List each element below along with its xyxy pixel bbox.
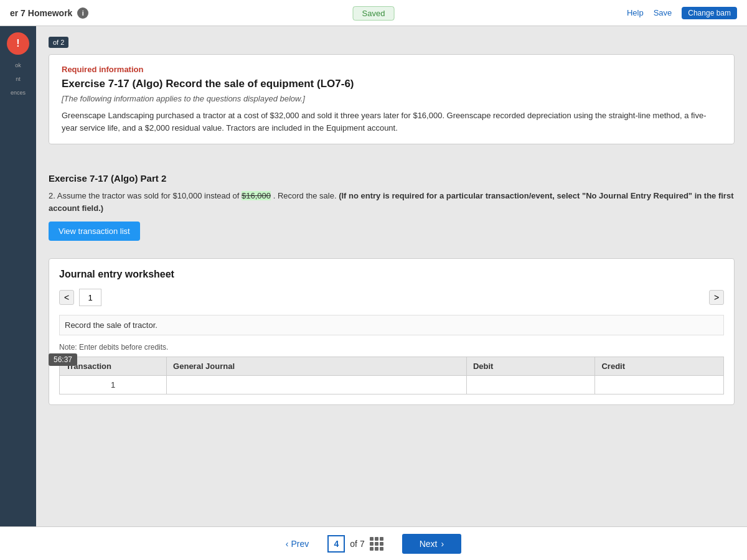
- main-layout: ! ok nt ences of 2 Required information …: [0, 26, 747, 560]
- sidebar: ! ok nt ences: [0, 26, 36, 560]
- part2-desc-suffix: . Record the sale.: [273, 191, 337, 200]
- grid-dot-8: [375, 547, 378, 551]
- next-button[interactable]: Next ›: [402, 534, 461, 554]
- worksheet-nav: < 1 >: [59, 289, 724, 306]
- prev-chevron-icon: ‹: [286, 539, 289, 549]
- info-icon[interactable]: i: [77, 7, 88, 19]
- required-info-box: Required information Exercise 7-17 (Algo…: [49, 54, 735, 144]
- nt-label: nt: [16, 76, 21, 82]
- prev-page-arrow[interactable]: <: [59, 290, 74, 305]
- table-header-row: Transaction General Journal Debit Credit: [60, 357, 724, 376]
- exercise-body: Greenscape Landscaping purchased a tract…: [62, 110, 721, 134]
- part2-section: Exercise 7-17 (Algo) Part 2 2. Assume th…: [49, 173, 735, 251]
- grid-dot-5: [375, 542, 378, 546]
- worksheet-description: Record the sale of tractor.: [59, 315, 724, 335]
- ences-label: ences: [11, 90, 26, 96]
- page-title: er 7 Homework: [10, 8, 72, 18]
- grid-dot-3: [380, 537, 383, 541]
- grid-dot-4: [370, 542, 374, 546]
- cell-general-journal-1[interactable]: [167, 376, 467, 394]
- content-area: of 2 Required information Exercise 7-17 …: [36, 26, 747, 560]
- top-bar-center: Saved: [353, 7, 395, 19]
- ok-label: ok: [15, 62, 21, 68]
- page-indicator: of 2: [49, 37, 68, 48]
- note-text: Note: Enter debits before credits.: [59, 343, 724, 352]
- table-row: 1: [60, 376, 724, 394]
- grid-dot-6: [380, 542, 383, 546]
- exercise-title: Exercise 7-17 (Algo) Record the sale of …: [62, 78, 721, 90]
- journal-table: Transaction General Journal Debit Credit…: [59, 357, 724, 394]
- next-page-arrow[interactable]: >: [709, 290, 724, 305]
- top-bar: er 7 Homework i Saved Help Save Change b…: [0, 0, 747, 26]
- col-credit: Credit: [595, 357, 724, 376]
- sidebar-item-ences[interactable]: ences: [11, 88, 26, 96]
- journal-worksheet: Journal entry worksheet < 1 > Record the…: [49, 258, 735, 405]
- grid-dot-7: [370, 547, 374, 551]
- required-info-label: Required information: [62, 65, 721, 74]
- saved-badge: Saved: [353, 6, 395, 21]
- top-bar-right: Help Save Change bam: [627, 7, 737, 19]
- next-label: Next: [420, 539, 438, 549]
- change-badge[interactable]: Change bam: [682, 7, 737, 19]
- book-icon[interactable]: !: [7, 32, 29, 55]
- bottom-nav: ‹ Prev 4 of 7 Next ›: [0, 526, 747, 560]
- grid-dot-2: [375, 537, 378, 541]
- next-chevron-icon: ›: [441, 539, 444, 549]
- sidebar-item-ok[interactable]: ok: [15, 61, 21, 68]
- save-link[interactable]: Save: [654, 8, 672, 17]
- page-info: 4 of 7: [327, 535, 383, 553]
- col-general-journal: General Journal: [167, 357, 467, 376]
- bottom-spacer: [49, 415, 735, 452]
- view-transaction-btn[interactable]: View transaction list: [49, 222, 140, 241]
- sidebar-item-nt[interactable]: nt: [16, 75, 21, 82]
- part2-strikethrough: $16,000: [242, 191, 271, 200]
- grid-icon[interactable]: [370, 537, 383, 551]
- part2-description: 2. Assume the tractor was sold for $10,0…: [49, 190, 735, 214]
- cell-debit-1[interactable]: [466, 376, 595, 394]
- page-number-box: 4: [327, 535, 345, 553]
- page-box: 1: [79, 289, 101, 306]
- input-general-journal-1[interactable]: [173, 380, 460, 390]
- input-credit-1[interactable]: [601, 380, 717, 390]
- input-debit-1[interactable]: [473, 380, 589, 390]
- grid-dot-9: [380, 547, 383, 551]
- prev-button[interactable]: ‹ Prev: [286, 539, 309, 549]
- journal-title: Journal entry worksheet: [59, 269, 724, 280]
- grid-dot-1: [370, 537, 374, 541]
- sidebar-item-book[interactable]: !: [7, 32, 29, 55]
- exercise-subtitle: [The following information applies to th…: [62, 94, 721, 103]
- part2-title: Exercise 7-17 (Algo) Part 2: [49, 173, 735, 184]
- prev-label: Prev: [291, 539, 309, 549]
- help-link[interactable]: Help: [627, 8, 644, 17]
- cell-transaction-1: 1: [60, 376, 167, 394]
- cell-credit-1[interactable]: [595, 376, 724, 394]
- top-bar-left: er 7 Homework i: [10, 7, 88, 19]
- col-debit: Debit: [466, 357, 595, 376]
- timer: 56:37: [49, 353, 77, 366]
- page-total: of 7: [350, 539, 364, 549]
- part2-desc-prefix: 2. Assume the tractor was sold for $10,0…: [49, 191, 239, 200]
